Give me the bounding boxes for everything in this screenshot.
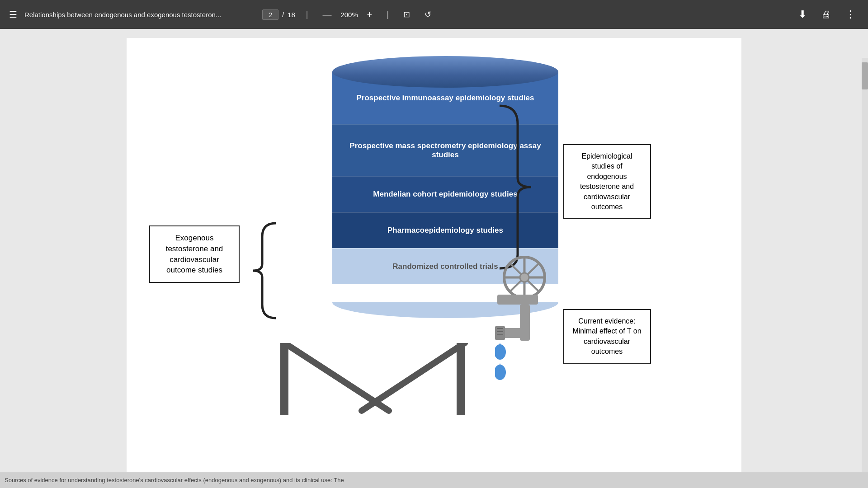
footer-text: Sources of evidence for understanding te…	[5, 477, 344, 483]
toolbar-right: ⬇ 🖨 ⋮	[795, 7, 859, 22]
label-epi-studies: Epidemiological studies of endogenous te…	[563, 144, 651, 219]
svg-rect-10	[497, 295, 538, 305]
label-exogenous: Exogenous testosterone and cardiovascula…	[149, 225, 240, 283]
zoom-controls: — 200% +	[319, 8, 376, 22]
svg-rect-1	[457, 343, 465, 415]
scrollbar-thumb[interactable]	[862, 62, 868, 89]
menu-icon[interactable]: ☰	[9, 9, 17, 20]
diagram: Exogenous testosterone and cardiovascula…	[127, 47, 741, 454]
fit-page-button[interactable]: ⊡	[400, 8, 414, 21]
svg-rect-0	[280, 343, 288, 415]
scrollbar[interactable]	[862, 58, 868, 488]
label-current-evidence: Current evidence: Minimal effect of T on…	[563, 309, 651, 364]
cylinder-legs	[262, 343, 488, 420]
toolbar: ☰ Relationships between endogenous and e…	[0, 0, 868, 29]
svg-point-9	[520, 273, 529, 282]
document-title: Relationships between endogenous and exo…	[24, 11, 250, 19]
zoom-in-button[interactable]: +	[363, 8, 376, 22]
print-button[interactable]: 🖨	[817, 7, 835, 22]
page-total: 18	[288, 11, 295, 19]
zoom-value: 200%	[338, 11, 361, 19]
separator-2: |	[387, 10, 389, 19]
separator-1: |	[306, 10, 308, 19]
page-navigation: / 18	[262, 9, 295, 20]
download-button[interactable]: ⬇	[795, 7, 810, 22]
main-content: Exogenous testosterone and cardiovascula…	[0, 29, 868, 488]
faucet	[495, 255, 554, 381]
rotate-button[interactable]: ↺	[421, 8, 435, 21]
right-bracket-epi	[495, 101, 549, 273]
zoom-out-button[interactable]: —	[319, 8, 335, 22]
svg-line-3	[362, 343, 465, 411]
footer-bar: Sources of evidence for understanding te…	[0, 472, 868, 488]
page-input[interactable]	[262, 9, 278, 20]
page-separator: /	[282, 11, 284, 19]
cylinder-top	[332, 56, 558, 88]
document-page: Exogenous testosterone and cardiovascula…	[127, 38, 741, 472]
more-options-button[interactable]: ⋮	[842, 7, 859, 22]
